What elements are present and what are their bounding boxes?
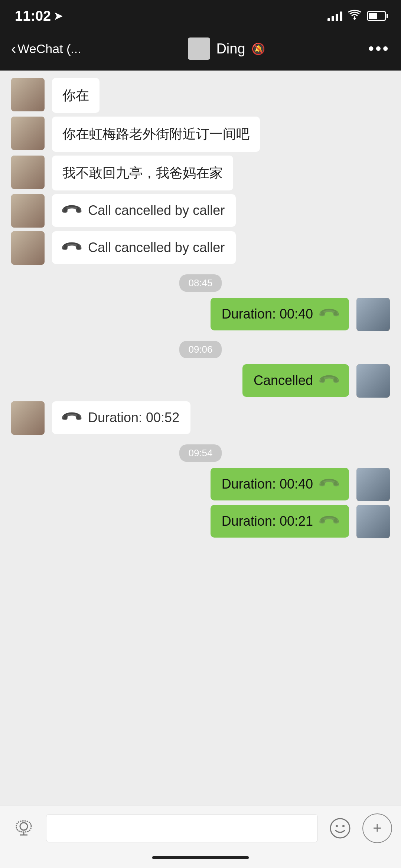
call-message-bubble: Duration: 00:40 📞 [211,298,349,330]
avatar [356,505,390,538]
phone-icon: 📞 [317,369,341,392]
avatar [11,401,45,435]
input-bar: + [0,806,401,850]
timestamp-badge: 09:54 [179,444,221,462]
message-text: 我不敢回九亭，我爸妈在家 [62,165,223,180]
message-bubble: 我不敢回九亭，我爸妈在家 [52,156,233,190]
call-message-bubble: 📞 Duration: 00:52 [52,401,190,434]
call-text: Duration: 00:40 [222,476,313,492]
back-button[interactable]: ‹ WeChat (... [11,40,93,57]
home-bar [152,856,249,859]
avatar [356,298,390,331]
phone-icon: 📞 [60,236,84,260]
svg-point-1 [20,823,27,830]
nav-title: Ding 🔕 [93,37,360,60]
call-message-bubble: 📞 Call cancelled by caller [52,194,236,227]
call-text: Cancelled [254,373,313,388]
more-button[interactable]: ••• [360,39,390,58]
call-message-bubble: Duration: 00:40 📞 [211,468,349,500]
message-row: 你在虹梅路老外街附近订一间吧 [11,117,390,151]
avatar [11,156,45,189]
message-row: 📞 Duration: 00:52 [11,401,390,435]
nav-bar: ‹ WeChat (... Ding 🔕 ••• [0,30,401,71]
status-icons [327,10,386,23]
svg-point-5 [336,825,338,827]
message-row: Cancelled 📞 [11,364,390,398]
chat-area: 你在 你在虹梅路老外街附近订一间吧 我不敢回九亭，我爸妈在家 📞 Call ca… [0,71,401,806]
message-text: 你在 [62,88,89,103]
back-label: WeChat (... [17,42,81,56]
phone-icon: 📞 [317,509,341,533]
timestamp-badge: 09:06 [179,341,221,358]
avatar [11,194,45,228]
avatar [356,468,390,501]
call-text: Call cancelled by caller [88,203,225,218]
time-display: 11:02 [15,8,51,24]
timestamp: 09:54 [11,444,390,462]
status-bar: 11:02 ➤ [0,0,401,30]
avatar [11,117,45,150]
message-row: 📞 Call cancelled by caller [11,231,390,265]
message-bubble: 你在 [52,78,100,113]
home-indicator [0,850,401,868]
svg-point-0 [353,17,356,20]
phone-icon: 📞 [60,199,84,222]
message-row: 你在 [11,78,390,113]
call-message-bubble: 📞 Call cancelled by caller [52,231,236,264]
back-chevron-icon: ‹ [11,40,16,57]
phone-icon: 📞 [317,472,341,496]
svg-point-6 [342,825,345,827]
add-button[interactable]: + [362,813,392,843]
wifi-icon [348,10,361,23]
phone-icon: 📞 [60,406,84,430]
call-text: Call cancelled by caller [88,240,225,255]
emoji-button[interactable] [325,813,355,843]
message-row: Duration: 00:40 📞 [11,468,390,501]
signal-icon [327,11,342,21]
svg-point-4 [330,819,350,838]
avatar [11,231,45,265]
location-arrow-icon: ➤ [54,10,62,22]
avatar [356,364,390,398]
voice-button[interactable] [9,813,39,843]
call-text: Duration: 00:40 [222,306,313,322]
message-row: Duration: 00:21 📞 [11,505,390,538]
call-message-bubble: Cancelled 📞 [242,364,349,397]
contact-avatar [188,37,210,60]
message-row: 📞 Call cancelled by caller [11,194,390,228]
plus-icon: + [373,820,381,836]
battery-icon [367,11,386,21]
call-text: Duration: 00:21 [222,513,313,529]
contact-name: Ding [216,41,245,57]
status-time: 11:02 ➤ [15,8,62,24]
phone-icon: 📞 [317,302,341,326]
mute-icon: 🔕 [251,42,265,55]
message-row: Duration: 00:40 📞 [11,298,390,331]
call-text: Duration: 00:52 [88,410,179,425]
timestamp-badge: 08:45 [179,274,221,292]
avatar [11,78,45,111]
message-text: 你在虹梅路老外街附近订一间吧 [62,126,250,141]
message-input[interactable] [46,814,318,842]
timestamp: 09:06 [11,341,390,358]
timestamp: 08:45 [11,274,390,292]
call-message-bubble: Duration: 00:21 📞 [211,505,349,538]
message-row: 我不敢回九亭，我爸妈在家 [11,156,390,190]
message-bubble: 你在虹梅路老外街附近订一间吧 [52,117,260,151]
voice-wave-icon [13,817,35,839]
